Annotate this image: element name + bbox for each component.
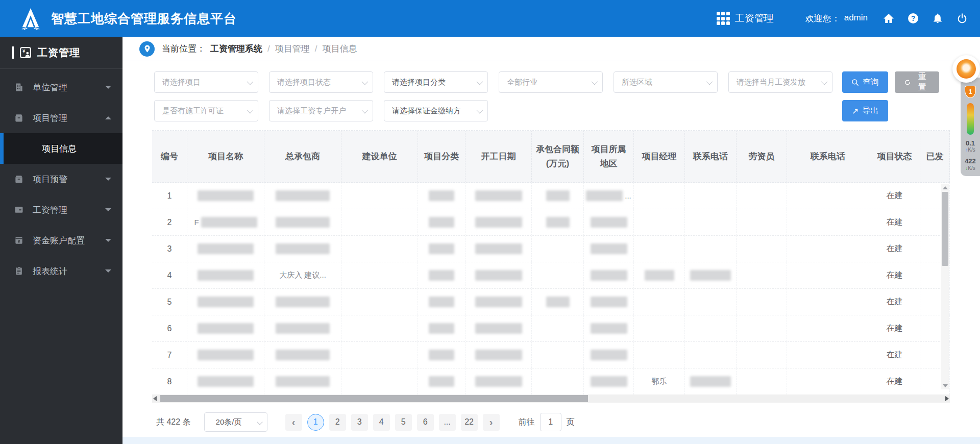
breadcrumb-item-project-info[interactable]: 项目信息 — [322, 43, 357, 55]
home-icon[interactable] — [882, 12, 895, 25]
bottom-strip — [122, 437, 980, 444]
filter-select-r1-5[interactable]: 请选择当月工资发放 — [728, 71, 832, 93]
table-row[interactable]: 8鄂乐在建 — [152, 368, 950, 394]
table-row[interactable]: 6在建 — [152, 315, 950, 342]
bell-icon[interactable] — [931, 12, 944, 25]
scroll-down-arrow[interactable] — [941, 382, 949, 389]
table-cell — [465, 236, 532, 262]
table-row[interactable]: 1...在建 — [152, 183, 950, 209]
redacted-cell-block — [429, 217, 454, 228]
table-cell — [465, 262, 532, 288]
page-button-4[interactable]: 4 — [373, 414, 390, 431]
table-row[interactable]: 4大庆入 建议...在建 — [152, 262, 950, 289]
table-body: 1...在建2F在建3在建4大庆入 建议...在建5在建6在建7在建8鄂乐在建 — [152, 183, 950, 394]
table-cell — [787, 236, 869, 262]
redacted-cell-block — [276, 297, 330, 307]
speed-panel[interactable]: 1 0.1 ↑K/s 422 ↓K/s — [961, 78, 980, 176]
redacted-cell-block — [429, 376, 454, 387]
table-cell: 在建 — [869, 368, 920, 394]
table-cell — [187, 368, 264, 394]
total-count: 共 422 条 — [156, 417, 191, 428]
table-cell — [341, 368, 418, 394]
breadcrumb-item-project-management[interactable]: 项目管理 — [275, 43, 310, 55]
table-cell: 4 — [152, 262, 187, 288]
reset-button[interactable]: 重置 — [895, 71, 939, 93]
page-button-6[interactable]: 6 — [417, 414, 434, 431]
table-vertical-scrollbar[interactable] — [941, 184, 949, 389]
prev-page-button[interactable]: ‹ — [285, 414, 302, 431]
page-ellipsis[interactable]: ... — [439, 414, 456, 431]
scroll-up-arrow[interactable] — [941, 184, 949, 191]
filter-select-r1-1[interactable]: 请选择项目状态 — [269, 71, 373, 93]
chevron-down-icon — [247, 78, 254, 85]
table-cell — [264, 342, 341, 368]
goto-page-input[interactable] — [540, 413, 561, 431]
filter-select-r2-1[interactable]: 请选择工资专户开户 — [269, 100, 373, 121]
table-cell — [685, 368, 737, 394]
redacted-cell-block — [429, 190, 454, 201]
table-row[interactable]: 7在建 — [152, 342, 950, 368]
power-icon[interactable] — [955, 12, 969, 25]
page-button-5[interactable]: 5 — [395, 414, 412, 431]
help-icon[interactable]: ? — [906, 12, 920, 25]
table-cell — [418, 262, 465, 288]
table-row[interactable]: 2F在建 — [152, 209, 950, 236]
column-header-13: 已发 — [920, 131, 950, 182]
table-row[interactable]: 5在建 — [152, 289, 950, 315]
sidebar-item-project-management[interactable]: 项目管理 — [0, 103, 122, 133]
table-cell — [418, 368, 465, 394]
table-row[interactable]: 3在建 — [152, 236, 950, 262]
yen-safe-icon: ¥ — [13, 235, 24, 246]
table-cell — [418, 289, 465, 315]
table-horizontal-scrollbar[interactable] — [152, 394, 950, 403]
scroll-right-arrow[interactable] — [945, 396, 949, 401]
page-button-22[interactable]: 22 — [461, 414, 478, 431]
vertical-scroll-thumb[interactable] — [942, 192, 948, 266]
next-page-button[interactable]: › — [483, 414, 500, 431]
sidebar-item-project-warning[interactable]: 项目预警 — [0, 164, 122, 194]
column-header-11: 联系电话 — [787, 131, 869, 182]
filter-select-r1-3[interactable]: 全部行业 — [499, 71, 603, 93]
page-button-3[interactable]: 3 — [351, 414, 368, 431]
sidebar-item-report-statistics[interactable]: 报表统计 — [0, 256, 122, 286]
table-cell — [264, 289, 341, 315]
redacted-cell-block — [690, 270, 731, 281]
table-cell — [465, 315, 532, 341]
speed-overlay-widget[interactable]: 1 0.1 ↑K/s 422 ↓K/s — [951, 55, 980, 176]
scroll-left-arrow[interactable] — [153, 396, 157, 401]
browser-assistant-logo-icon[interactable] — [952, 55, 980, 83]
redacted-cell-block — [276, 323, 330, 334]
filter-select-r1-0[interactable]: 请选择项目 — [154, 71, 258, 93]
table-cell — [418, 236, 465, 262]
filter-select-r2-0[interactable]: 是否有施工许可证 — [154, 100, 258, 121]
sidebar-subitem-project-info[interactable]: 项目信息 — [0, 133, 122, 164]
speed-gradient-bar — [967, 103, 974, 135]
sidebar-item-unit-management[interactable]: 单位管理 — [0, 72, 122, 103]
page-button-1[interactable]: 1 — [307, 414, 324, 431]
table-cell — [737, 315, 787, 341]
table-cell: 鄂乐 — [634, 368, 685, 394]
table-cell — [584, 368, 634, 394]
column-header-10: 劳资员 — [737, 131, 787, 182]
page-buttons: 123456...22 — [305, 414, 480, 431]
page-button-2[interactable]: 2 — [329, 414, 346, 431]
table-cell — [465, 368, 532, 394]
table-cell: 7 — [152, 342, 187, 368]
app-switcher[interactable]: 工资管理 — [717, 12, 774, 25]
page-size-select[interactable]: 20条/页 — [204, 412, 267, 432]
filter-select-r2-2[interactable]: 请选择保证金缴纳方 — [384, 100, 488, 121]
search-button[interactable]: 查询 — [842, 71, 888, 93]
table-cell — [187, 183, 264, 209]
horizontal-scroll-thumb[interactable] — [160, 395, 588, 402]
filter-select-r1-2[interactable]: 请选择项目分类 — [384, 71, 488, 93]
sidebar-title: ¥ 工资管理 — [0, 37, 122, 68]
filter-select-r1-4[interactable]: 所选区域 — [614, 71, 718, 93]
column-header-3: 建设单位 — [341, 131, 418, 182]
sidebar-item-fund-account-config[interactable]: ¥ 资金账户配置 — [0, 225, 122, 256]
sidebar-item-wage-management[interactable]: 工资管理 — [0, 194, 122, 225]
export-button[interactable]: ↗ 导出 — [842, 100, 888, 121]
column-header-2: 总承包商 — [264, 131, 341, 182]
table-cell: F — [187, 209, 264, 235]
table-cell — [584, 262, 634, 288]
filter-row-1: 请选择项目请选择项目状态请选择项目分类全部行业所选区域请选择当月工资发放 — [154, 71, 832, 93]
